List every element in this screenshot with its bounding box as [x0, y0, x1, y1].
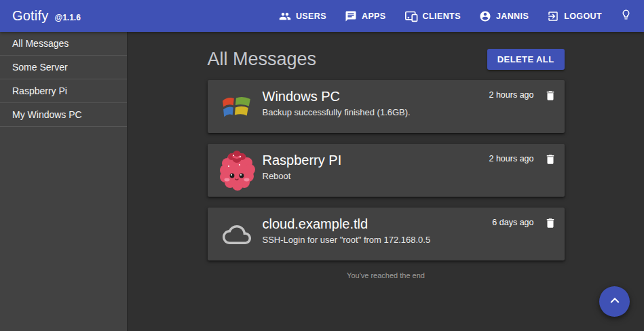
message-content: Raspberry PI Reboot	[263, 144, 489, 197]
message-content: cloud.example.tld SSH-Login for user "ro…	[263, 208, 493, 260]
end-of-list-text: You've reached the end	[208, 271, 565, 279]
nav-apps[interactable]: APPS	[345, 10, 386, 22]
app-version: @1.1.6	[54, 13, 80, 22]
gotify-app: Gotify @1.1.6 USERS APPS CLIENTS JANNIS	[0, 0, 644, 331]
message-timestamp: 2 hours ago	[489, 153, 533, 165]
devices-icon	[404, 10, 423, 22]
cloud-icon	[217, 208, 257, 260]
message-body: Reboot	[263, 171, 489, 181]
message-title: Windows PC	[263, 89, 489, 104]
brand: Gotify @1.1.6	[12, 8, 81, 24]
trash-icon	[544, 153, 556, 168]
chat-icon	[345, 10, 362, 22]
message-timestamp: 2 hours ago	[489, 90, 533, 101]
app-header: Gotify @1.1.6 USERS APPS CLIENTS JANNIS	[0, 0, 644, 32]
title-row: All Messages DELETE ALL	[208, 49, 565, 70]
logout-icon	[547, 10, 564, 22]
nav-logout[interactable]: LOGOUT	[547, 10, 602, 22]
message-body: Backup successfully finished (1.6GB).	[263, 107, 489, 117]
trash-icon	[544, 90, 556, 104]
nav-clients[interactable]: CLIENTS	[404, 10, 461, 22]
users-icon	[279, 10, 296, 22]
message-list: Windows PC Backup successfully finished …	[208, 80, 565, 260]
message-card: Windows PC Backup successfully finished …	[208, 80, 565, 133]
message-card: Raspberry PI Reboot 2 hours ago	[208, 144, 565, 197]
main-area: All Messages DELETE ALL Win	[128, 32, 644, 331]
nav-users[interactable]: USERS	[279, 10, 326, 22]
message-body: SSH-Login for user "root" from 172.168.0…	[263, 235, 493, 245]
delete-message-button[interactable]	[544, 90, 556, 104]
nav-users-label: USERS	[296, 12, 326, 21]
sidebar-item-my-windows-pc[interactable]: My Windows PC	[0, 103, 127, 127]
delete-message-button[interactable]	[544, 153, 556, 168]
sidebar-item-raspberry-pi[interactable]: Raspberry Pi	[0, 79, 127, 103]
nav-logout-label: LOGOUT	[564, 12, 602, 21]
message-title: cloud.example.tld	[263, 216, 493, 232]
message-content: Windows PC Backup successfully finished …	[263, 80, 489, 133]
nav-user-label: JANNIS	[496, 12, 529, 21]
message-title: Raspberry PI	[263, 153, 489, 168]
message-card: cloud.example.tld SSH-Login for user "ro…	[208, 208, 565, 260]
app-title: Gotify	[12, 8, 48, 24]
page-title: All Messages	[208, 49, 317, 70]
header-nav: USERS APPS CLIENTS JANNIS LOGOUT	[261, 9, 632, 23]
message-timestamp: 6 days ago	[492, 217, 533, 229]
delete-all-button[interactable]: DELETE ALL	[487, 49, 565, 70]
account-circle-icon	[479, 10, 496, 22]
lightbulb-icon	[620, 9, 632, 23]
sidebar: All Messages Some Server Raspberry Pi My…	[0, 32, 128, 331]
delete-message-button[interactable]	[544, 217, 556, 231]
nav-user-account[interactable]: JANNIS	[479, 10, 529, 22]
nav-clients-label: CLIENTS	[423, 12, 461, 21]
chevron-up-icon	[606, 292, 624, 311]
sidebar-item-all-messages[interactable]: All Messages	[0, 32, 127, 56]
trash-icon	[544, 217, 556, 231]
scroll-to-top-button[interactable]	[599, 286, 630, 317]
windows-logo-icon	[217, 80, 257, 133]
message-meta: 2 hours ago	[489, 80, 556, 133]
raspberry-icon	[217, 144, 257, 197]
theme-toggle-button[interactable]	[620, 9, 632, 23]
nav-apps-label: APPS	[362, 12, 386, 21]
message-meta: 2 hours ago	[489, 144, 556, 197]
sidebar-item-some-server[interactable]: Some Server	[0, 56, 127, 79]
message-meta: 6 days ago	[492, 208, 556, 260]
